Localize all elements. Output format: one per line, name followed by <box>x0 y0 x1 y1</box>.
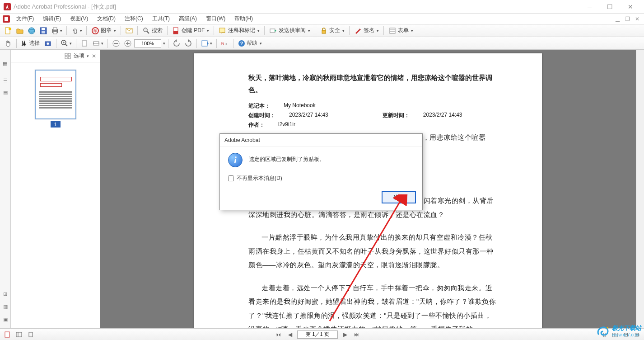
nav-last-icon[interactable]: ⏭ <box>352 330 361 339</box>
mdi-close-icon[interactable]: ✕ <box>633 15 641 23</box>
window-title: Adobe Acrobat Professional - [作文.pdf] <box>14 3 579 11</box>
meta-created-label: 创建时间： <box>248 112 275 119</box>
paragraph-4: 走着走着，远处一个人停下了自行车，手中撑着一把伞，匆匆向我走来。近看走来的是我的… <box>248 281 497 328</box>
select-tool-button[interactable]: I选择 <box>19 39 42 47</box>
open-web-icon[interactable] <box>26 25 37 36</box>
svg-rect-46 <box>65 53 67 56</box>
sign-button[interactable]: 签名▾ <box>352 27 381 35</box>
save-icon[interactable] <box>38 25 49 36</box>
search-button[interactable]: 搜索 <box>140 27 164 35</box>
panel-grid-icon[interactable] <box>65 53 71 59</box>
menu-view[interactable]: 视图(V) <box>65 14 93 24</box>
minimize-button[interactable]: ─ <box>579 0 600 14</box>
tool-a-icon[interactable]: ▾ <box>200 38 214 49</box>
meta-created-value: 2023/2/27 14:43 <box>289 112 328 119</box>
left-tab-sign-icon[interactable]: ▤ <box>0 87 10 98</box>
rotate-cw-icon[interactable] <box>183 38 194 49</box>
attach-icon[interactable]: ▾ <box>70 25 84 36</box>
open-folder-icon[interactable] <box>14 25 25 36</box>
yozo-icon[interactable]: Y!H <box>219 38 230 49</box>
dialog-message: 选定的区域已复制到了剪贴板。 <box>249 153 325 163</box>
page-number-input[interactable] <box>297 331 338 339</box>
zoom-in-icon[interactable]: ▾ <box>59 38 73 49</box>
watermark-url: www.xz7.com <box>612 332 641 337</box>
snapshot-tool-icon[interactable] <box>42 38 53 49</box>
left-tab-pages[interactable]: ▦ <box>0 52 10 74</box>
meta-author-value: l2v9i1ir <box>278 121 295 129</box>
annotate-button[interactable]: 注释和标记▾ <box>217 27 261 35</box>
stamp-button[interactable]: 印图章▾ <box>89 27 118 35</box>
create-pdf-button[interactable]: 创建 PDF▾ <box>170 27 211 35</box>
page-thumbnail[interactable] <box>35 70 76 119</box>
menu-window[interactable]: 窗口(W) <box>201 14 230 24</box>
left-tab-bookmark-icon[interactable]: ☰ <box>0 75 10 86</box>
app-logo-icon <box>4 3 11 10</box>
dont-show-label: 不再显示本消息(D) <box>237 175 282 182</box>
menu-comments[interactable]: 注释(C) <box>120 14 148 24</box>
sb-single-icon[interactable] <box>26 330 35 339</box>
svg-rect-11 <box>53 28 57 30</box>
svg-point-18 <box>144 28 147 32</box>
panel-options-button[interactable]: 选项▾ <box>74 52 89 60</box>
svg-text:印: 印 <box>93 29 97 33</box>
thumbnail-page-number: 1 <box>51 121 61 128</box>
left-tab-attach-icon[interactable]: ⊞ <box>0 288 10 299</box>
status-bar: ⏮ ◀ ▶ ⏭ ▯ ▯▯ ⊟ ⊞ <box>0 328 644 340</box>
print-icon[interactable]: ▾ <box>50 25 64 36</box>
svg-point-29 <box>47 42 49 45</box>
svg-rect-21 <box>219 28 225 33</box>
meta-updated-label: 更新时间： <box>383 112 410 119</box>
panel-close-icon[interactable]: ✕ <box>92 53 96 59</box>
menu-document[interactable]: 文档(D) <box>93 14 120 24</box>
meta-notebook-value: My Notebook <box>284 102 316 110</box>
nav-prev-icon[interactable]: ◀ <box>285 330 294 339</box>
menu-tools[interactable]: 工具(T) <box>148 14 174 24</box>
meta-notebook-label: 笔记本： <box>248 102 270 110</box>
left-tab-strip: ▦ ☰ ▤ ⊞ ▥ ▣ <box>0 50 11 328</box>
fit-width-icon[interactable]: ▾ <box>91 38 105 49</box>
nav-next-icon[interactable]: ▶ <box>341 330 350 339</box>
menu-help[interactable]: 帮助(H) <box>230 14 257 24</box>
maximize-button[interactable]: ☐ <box>600 0 620 14</box>
security-button[interactable]: 安全▾ <box>318 27 346 35</box>
email-icon[interactable] <box>124 25 135 36</box>
rotate-ccw-icon[interactable] <box>171 38 182 49</box>
svg-rect-12 <box>53 32 57 34</box>
sb-doc-icon[interactable] <box>3 330 12 339</box>
left-tab-model-icon[interactable]: ▣ <box>0 314 10 325</box>
svg-rect-24 <box>390 28 395 33</box>
close-button[interactable]: ✕ <box>620 0 640 14</box>
zoom-in-btn-icon[interactable] <box>122 38 133 49</box>
help-button[interactable]: ?帮助▾ <box>236 39 264 47</box>
fit-page-icon[interactable] <box>79 38 90 49</box>
left-tab-comment-icon[interactable]: ▥ <box>0 301 10 312</box>
zoom-dropdown-icon[interactable]: ▾ <box>163 41 165 46</box>
dialog-title: Adobe Acrobat <box>220 134 422 146</box>
svg-rect-8 <box>42 28 45 30</box>
send-review-button[interactable]: 发送供审阅▾ <box>267 27 312 35</box>
zoom-out-btn-icon[interactable] <box>111 38 121 49</box>
toolbar-primary: ▾ ▾ 印图章▾ 搜索 创建 PDF▾ 注释和标记▾ 发送供审阅▾ 安全▾ 签名… <box>0 24 644 37</box>
zoom-input[interactable] <box>134 39 161 47</box>
svg-rect-50 <box>5 332 9 337</box>
forms-button[interactable]: 表单▾ <box>387 27 415 35</box>
svg-rect-20 <box>173 31 178 34</box>
doc-mini-icon <box>3 15 10 23</box>
svg-point-5 <box>28 28 35 34</box>
mdi-restore-icon[interactable]: ❐ <box>623 15 631 23</box>
sb-layout-icon[interactable] <box>14 330 23 339</box>
dont-show-checkbox[interactable] <box>228 175 234 181</box>
hand-tool-icon[interactable] <box>3 38 14 49</box>
info-dialog: Adobe Acrobat i 选定的区域已复制到了剪贴板。 不再显示本消息(D… <box>219 133 423 210</box>
vertical-scrollbar[interactable] <box>636 50 644 328</box>
dialog-ok-button[interactable]: 确定 <box>382 191 416 203</box>
menu-file[interactable]: 文件(F) <box>12 14 38 24</box>
mdi-minimize-icon[interactable]: ▁ <box>613 15 621 23</box>
svg-text:H: H <box>225 42 227 45</box>
menu-edit[interactable]: 编辑(E) <box>38 14 65 24</box>
new-icon[interactable] <box>3 25 14 36</box>
pages-panel: 选项▾ ✕ 1 <box>11 50 100 328</box>
menu-advanced[interactable]: 高级(A) <box>174 14 201 24</box>
svg-rect-48 <box>65 57 67 59</box>
nav-first-icon[interactable]: ⏮ <box>274 330 283 339</box>
